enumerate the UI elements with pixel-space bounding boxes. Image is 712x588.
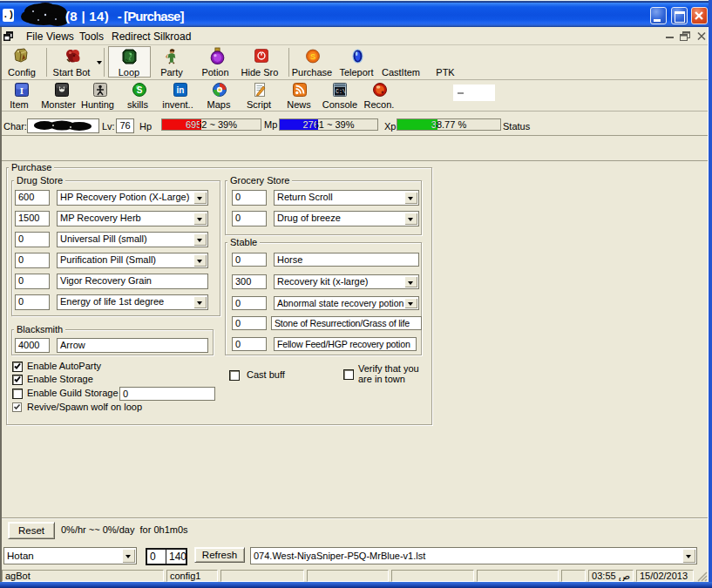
svg-text:I: I bbox=[20, 85, 24, 96]
svg-text:in: in bbox=[177, 85, 185, 95]
svg-text:C:\: C:\ bbox=[336, 89, 346, 95]
svg-text:S: S bbox=[137, 85, 143, 95]
svg-text:S: S bbox=[310, 52, 315, 61]
